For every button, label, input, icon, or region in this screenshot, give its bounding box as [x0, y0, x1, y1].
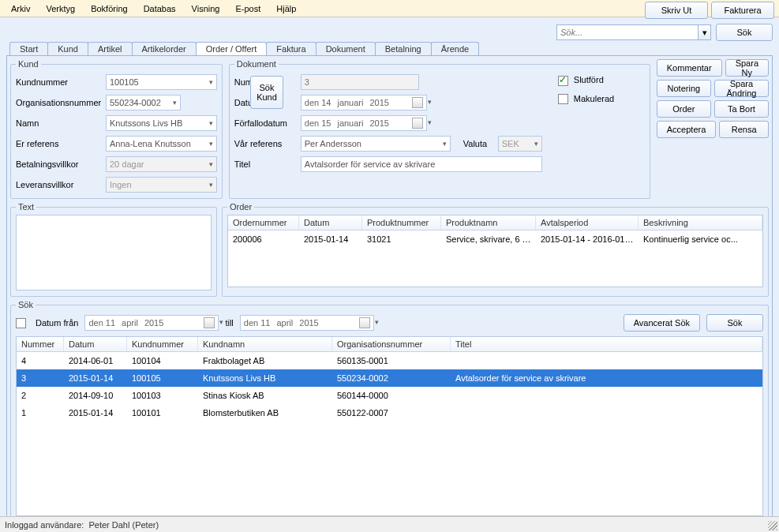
tab-start[interactable]: Start [9, 42, 48, 55]
namn-label: Namn [16, 118, 103, 128]
results-col-titel[interactable]: Titel [451, 337, 762, 351]
order-col-avtalsperiod[interactable]: Avtalsperiod [536, 215, 639, 230]
dokument-group: Dokument Nummer 3 Datum den 14januari201… [229, 59, 650, 199]
acceptera-button[interactable]: Acceptera [657, 121, 717, 138]
calendar-icon[interactable] [412, 118, 423, 129]
tab-artikelorder[interactable]: Artikelorder [132, 42, 197, 55]
calendar-icon[interactable] [204, 317, 215, 328]
sok-button[interactable]: Sök [706, 314, 763, 332]
forfall-picker[interactable]: den 15januari2015 [301, 115, 427, 131]
titel-label: Titel [234, 159, 298, 169]
text-legend: Text [16, 202, 36, 212]
rensa-button[interactable]: Rensa [719, 121, 769, 138]
makulerad-checkbox[interactable] [558, 94, 568, 104]
kommentar-button[interactable]: Kommentar [657, 59, 722, 77]
orgnr-label: Organisationsnummer [16, 98, 103, 107]
er-ref-select[interactable]: Anna-Lena Knutsson [106, 136, 217, 152]
order-table[interactable]: Ordernummer Datum Produktnummer Produktn… [227, 215, 763, 287]
sok-group: Sök Datum från den 11april2015 till den … [10, 300, 769, 520]
tab-betalning[interactable]: Betalning [375, 42, 432, 55]
results-col-orgnr[interactable]: Organisationsnummer [332, 337, 451, 351]
results-col-datum[interactable]: Datum [64, 337, 127, 351]
tab-order-offert[interactable]: Order / Offert [196, 42, 268, 55]
action-buttons: KommentarSpara Ny NoteringSpara Ändring … [657, 59, 769, 199]
spara-andring-button[interactable]: Spara Ändring [714, 80, 769, 97]
date-to-picker[interactable]: den 11april2015 [240, 315, 374, 331]
sok-legend: Sök [16, 300, 36, 309]
order-col-ordernummer[interactable]: Ordernummer [228, 215, 299, 230]
order-group: Order Ordernummer Datum Produktnummer Pr… [222, 202, 769, 297]
menu-verktyg[interactable]: Verktyg [38, 2, 83, 16]
kund-group: Kund Kundnummer 100105 Sök Kund Organisa… [10, 59, 223, 199]
menu-epost[interactable]: E-post [228, 2, 269, 16]
results-table[interactable]: Nummer Datum Kundnummer Kundnamn Organis… [16, 336, 763, 516]
resize-grip-icon[interactable] [768, 521, 777, 530]
var-ref-select[interactable]: Per Andersson [301, 136, 451, 152]
calendar-icon[interactable] [412, 97, 423, 108]
calendar-icon[interactable] [359, 317, 370, 328]
results-row[interactable]: 12015-01-14100101Blomsterbutiken AB55012… [17, 404, 762, 421]
global-search-button[interactable]: Sök [716, 24, 773, 41]
datum-fran-checkbox[interactable] [16, 318, 26, 328]
date-from-picker[interactable]: den 11april2015 [84, 315, 219, 331]
order-col-datum[interactable]: Datum [299, 215, 362, 230]
results-col-nummer[interactable]: Nummer [17, 337, 64, 351]
datum-fran-label: Datum från [36, 318, 78, 328]
tab-artikel[interactable]: Artikel [88, 42, 133, 55]
results-col-kundnamn[interactable]: Kundnamn [198, 337, 332, 351]
order-col-beskrivning[interactable]: Beskrivning [639, 215, 762, 230]
results-row[interactable]: 32015-01-14100105Knutssons Livs HB550234… [17, 369, 762, 387]
text-area[interactable] [16, 215, 212, 290]
order-legend: Order [227, 202, 254, 212]
menu-hjalp[interactable]: Hjälp [268, 2, 304, 16]
till-label: till [225, 318, 233, 328]
order-col-produktnamn[interactable]: Produktnamn [441, 215, 536, 230]
forfall-label: Förfallodatum [234, 118, 298, 128]
slutford-checkbox[interactable] [558, 76, 568, 86]
slutford-label: Slutförd [574, 75, 604, 84]
order-button[interactable]: Order [657, 100, 711, 118]
notering-button[interactable]: Notering [657, 80, 711, 97]
makulerad-label: Makulerad [574, 94, 614, 103]
menu-databas[interactable]: Databas [136, 2, 184, 16]
order-col-produktnr[interactable]: Produktnummer [362, 215, 441, 230]
skriv-ut-button[interactable]: Skriv Ut [645, 2, 708, 19]
results-row[interactable]: 42014-06-01100104Fraktbolaget AB560135-0… [17, 352, 762, 369]
dokument-legend: Dokument [234, 59, 279, 69]
menu-visning[interactable]: Visning [184, 2, 228, 16]
er-ref-label: Er referens [16, 139, 103, 148]
valuta-label: Valuta [463, 139, 495, 148]
statusbar: Inloggad användare: Peter Dahl (Peter) [0, 516, 779, 532]
tab-dokument[interactable]: Dokument [316, 42, 376, 55]
ta-bort-button[interactable]: Ta Bort [714, 100, 769, 118]
sok-kund-button[interactable]: Sök Kund [250, 76, 283, 109]
menu-bokforing[interactable]: Bokföring [83, 2, 135, 16]
results-col-kundnr[interactable]: Kundnummer [127, 337, 198, 351]
main-panel: Kund Kundnummer 100105 Sök Kund Organisa… [6, 55, 773, 524]
spara-ny-button[interactable]: Spara Ny [725, 59, 769, 77]
order-row[interactable]: 200006 2015-01-14 31021 Service, skrivar… [228, 230, 762, 248]
betal-select[interactable]: 20 dagar [106, 156, 217, 172]
nummer-field: 3 [301, 74, 419, 90]
leverans-select[interactable]: Ingen [106, 177, 217, 193]
results-row[interactable]: 22014-09-10100103Stinas Kiosk AB560144-0… [17, 387, 762, 404]
global-search-dropdown[interactable]: ▾ [698, 24, 711, 40]
menu-arkiv[interactable]: Arkiv [3, 2, 38, 16]
global-search-input[interactable] [556, 24, 698, 40]
titel-field[interactable]: Avtalsorder för service av skrivare [301, 156, 542, 172]
avancerat-sok-button[interactable]: Avancerat Sök [624, 314, 700, 332]
datum-picker[interactable]: den 14januari2015 [301, 95, 427, 111]
betal-label: Betalningsvillkor [16, 159, 103, 169]
tabs: Start Kund Artikel Artikelorder Order / … [9, 41, 779, 55]
kundnummer-select[interactable]: 100105 [106, 74, 217, 90]
tab-faktura[interactable]: Faktura [266, 42, 316, 55]
valuta-select[interactable]: SEK [498, 136, 542, 152]
tab-kund[interactable]: Kund [47, 42, 88, 55]
orgnr-select[interactable]: 550234-0002 [106, 95, 181, 111]
statusbar-user: Peter Dahl (Peter) [88, 520, 159, 530]
fakturera-button[interactable]: Fakturera [711, 2, 774, 19]
statusbar-label: Inloggad användare: [5, 520, 84, 530]
tab-arende[interactable]: Ärende [431, 42, 479, 55]
var-ref-label: Vår referens [234, 139, 298, 148]
namn-select[interactable]: Knutssons Livs HB [106, 115, 217, 131]
